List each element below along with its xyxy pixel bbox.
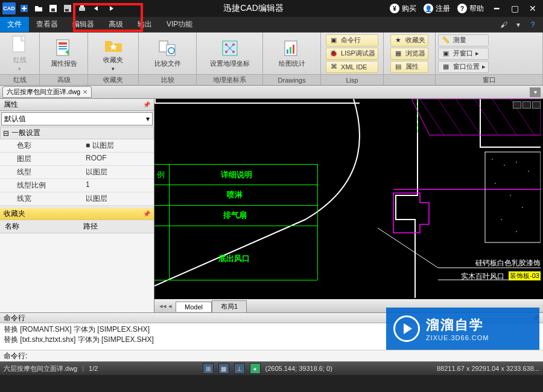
svg-line-24 bbox=[420, 99, 444, 135]
fav-small-button[interactable]: ★收藏夹 bbox=[390, 34, 428, 46]
document-tab[interactable]: 六层按摩包间立面详.dwg ✕ bbox=[2, 86, 92, 98]
annotation-2: 实木百叶风口 bbox=[461, 271, 504, 282]
favorites-list bbox=[0, 233, 154, 312]
maximize-button[interactable]: ▢ bbox=[509, 3, 520, 14]
open-window-button[interactable]: ▣开窗口▸ bbox=[438, 48, 489, 60]
svg-rect-5 bbox=[79, 7, 85, 11]
svg-rect-30 bbox=[485, 152, 541, 242]
grid-icon[interactable]: ▦ bbox=[218, 363, 229, 374]
buy-button[interactable]: ¥购买 bbox=[390, 4, 416, 14]
menu-output[interactable]: 输出 bbox=[130, 17, 159, 32]
chevron-down-icon[interactable]: ▾ bbox=[513, 19, 524, 30]
props-combo[interactable]: 默认值▾ bbox=[1, 112, 153, 125]
ribbon-label-advanced: 高级 bbox=[40, 74, 87, 85]
menu-file[interactable]: 文件 bbox=[0, 17, 29, 32]
star-icon: ★ bbox=[393, 36, 403, 45]
geo-icon bbox=[220, 39, 240, 58]
svg-rect-10 bbox=[59, 46, 67, 47]
model-tab[interactable]: Model bbox=[176, 302, 212, 312]
open-icon[interactable] bbox=[33, 2, 45, 14]
status-extents: 88211.67 x 29291.04 x 3233.638... bbox=[437, 365, 539, 372]
register-button[interactable]: 👤注册 bbox=[424, 4, 450, 14]
prop-report-button[interactable]: 属性报告 bbox=[51, 39, 77, 68]
tab-scroll-icon[interactable]: ▾ bbox=[530, 87, 541, 97]
pin-icon[interactable]: 📌 bbox=[143, 101, 150, 108]
menu-advanced[interactable]: 高级 bbox=[101, 17, 130, 32]
view-icon-2[interactable] bbox=[522, 101, 531, 109]
prop-row: 线型以图层 bbox=[0, 166, 154, 179]
svg-line-27 bbox=[474, 99, 498, 135]
annotation-3: 装饰板-03 bbox=[509, 271, 541, 280]
table-header-col2: 详细说明 bbox=[221, 169, 252, 180]
chevron-down-icon: ▾ bbox=[146, 115, 150, 123]
help-small-icon[interactable]: ? bbox=[527, 19, 538, 30]
view-icon-3[interactable] bbox=[532, 101, 541, 109]
redo-icon[interactable] bbox=[105, 2, 117, 14]
page-icon bbox=[10, 35, 30, 54]
menu-editor[interactable]: 编辑器 bbox=[65, 17, 101, 32]
view-icon-1[interactable] bbox=[513, 101, 521, 109]
saveas-icon[interactable] bbox=[62, 2, 74, 14]
drawing-stats-button[interactable]: 绘图统计 bbox=[279, 39, 305, 68]
svg-rect-11 bbox=[59, 48, 67, 49]
pin-icon[interactable]: 📌 bbox=[143, 210, 150, 217]
help-button[interactable]: ?帮助 bbox=[457, 4, 484, 14]
compare-icon bbox=[158, 39, 177, 58]
drawing-canvas[interactable]: 例 详细说明 喷淋 排气扇 底出风口 硅钙板白色乳胶漆饰 实木百叶风口 装饰板-… bbox=[154, 99, 543, 299]
ruler-icon: 📏 bbox=[441, 36, 451, 45]
svg-rect-9 bbox=[59, 42, 67, 45]
browser-button[interactable]: ▦浏览器 bbox=[390, 48, 428, 60]
ribbon-label-blank bbox=[384, 74, 435, 85]
svg-point-36 bbox=[510, 195, 511, 196]
bug-icon: 🐞 bbox=[329, 49, 338, 58]
geo-coords-button[interactable]: 设置地理坐标 bbox=[210, 39, 250, 68]
redline-button: 红线▾ bbox=[10, 35, 30, 72]
command-input[interactable]: 命令行: bbox=[0, 350, 543, 362]
new-icon[interactable] bbox=[18, 2, 30, 14]
user-icon: 👤 bbox=[424, 4, 433, 13]
lisp-debug-button[interactable]: 🐞LISP调试器 bbox=[326, 48, 378, 60]
status-coords: (2605.144; 39318.6; 0) bbox=[265, 365, 332, 372]
measure-button[interactable]: 📏测量 bbox=[438, 34, 489, 46]
window-icon: ▣ bbox=[441, 49, 451, 58]
window-pos-button[interactable]: ▦窗口位置▸ bbox=[438, 61, 489, 73]
terminal-icon: ▣ bbox=[329, 36, 338, 45]
close-button[interactable]: ✕ bbox=[527, 3, 538, 14]
svg-line-25 bbox=[438, 99, 462, 135]
ortho-icon[interactable]: ⊥ bbox=[234, 363, 245, 374]
snap-icon[interactable]: ⊞ bbox=[203, 363, 214, 374]
print-icon[interactable] bbox=[76, 2, 88, 14]
svg-line-26 bbox=[456, 99, 480, 135]
cmdline-button[interactable]: ▣命令行 bbox=[326, 34, 378, 46]
tab-nav-left[interactable]: ◂◂ ◂ bbox=[159, 302, 172, 310]
mode-icon[interactable]: ● bbox=[250, 363, 261, 374]
brush-icon[interactable]: 🖌 bbox=[498, 19, 509, 30]
props-small-button[interactable]: ▤属性 bbox=[390, 61, 428, 73]
status-page: 1/2 bbox=[89, 365, 98, 372]
menu-viewer[interactable]: 查看器 bbox=[29, 17, 65, 32]
minimize-button[interactable]: ━ bbox=[491, 3, 502, 14]
fav-col-name[interactable]: 名称 bbox=[0, 220, 78, 233]
collapse-icon: ⊟ bbox=[3, 129, 9, 138]
fav-col-path[interactable]: 路径 bbox=[78, 220, 103, 233]
compare-button[interactable]: 比较文件 bbox=[154, 39, 181, 68]
table-row-3: 底出风口 bbox=[218, 253, 250, 264]
watermark: 溜溜自学 ZIXUE.3D66.COM bbox=[386, 308, 539, 350]
props-section[interactable]: ⊟一般设置 bbox=[0, 127, 154, 139]
svg-point-37 bbox=[522, 207, 523, 208]
layout-tab[interactable]: 布局1 bbox=[212, 300, 247, 312]
undo-icon[interactable] bbox=[91, 2, 103, 14]
menu-vip[interactable]: VIP功能 bbox=[159, 17, 200, 32]
table-row-1: 喷淋 bbox=[227, 189, 243, 200]
close-tab-icon[interactable]: ✕ bbox=[83, 89, 87, 95]
svg-point-34 bbox=[528, 171, 529, 172]
svg-rect-2 bbox=[51, 8, 55, 11]
play-icon bbox=[393, 315, 420, 342]
svg-point-35 bbox=[495, 183, 496, 184]
table-header-col1: 例 bbox=[157, 169, 165, 180]
svg-rect-22 bbox=[290, 47, 291, 54]
save-icon[interactable] bbox=[47, 2, 59, 14]
favorites-button[interactable]: 收藏夹▾ bbox=[103, 35, 123, 72]
xml-ide-button[interactable]: ⌘XML IDE bbox=[326, 61, 378, 73]
ribbon-label-compare: 比较 bbox=[139, 74, 196, 85]
